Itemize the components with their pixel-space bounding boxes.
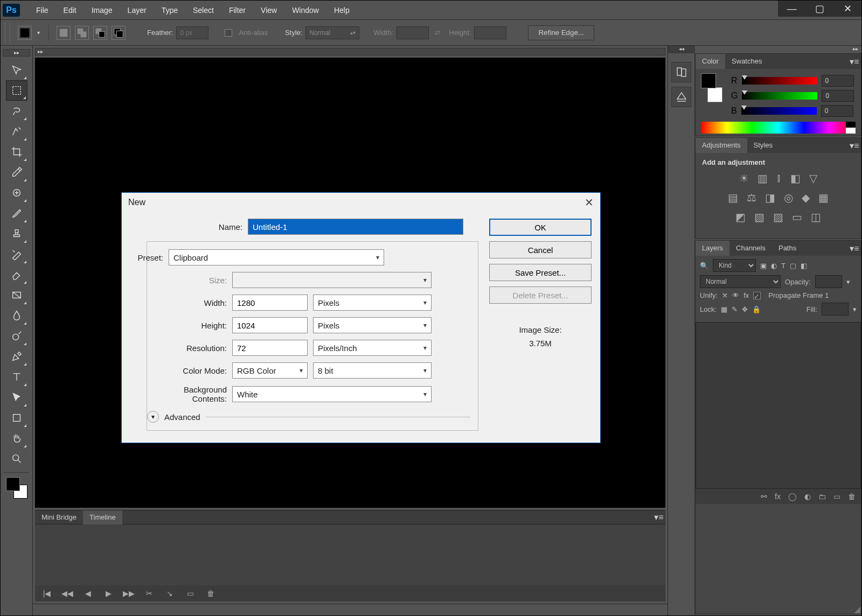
g-value[interactable] <box>822 90 854 102</box>
bw-icon[interactable]: ◨ <box>765 191 775 204</box>
width-unit-select[interactable]: Pixels▾ <box>313 295 432 311</box>
transition-icon[interactable]: ↘ <box>163 589 176 598</box>
menu-window[interactable]: Window <box>284 6 326 15</box>
eraser-tool[interactable] <box>6 264 27 285</box>
intersect-selection-icon[interactable] <box>112 26 126 40</box>
gradient-map-icon[interactable]: ▭ <box>792 211 802 223</box>
color-swatch[interactable] <box>701 73 722 102</box>
refine-edge-button[interactable]: Refine Edge... <box>528 25 594 40</box>
lock-pixels-icon[interactable]: ✎ <box>732 305 738 313</box>
next-frame-icon[interactable]: ▶▶ <box>122 589 135 598</box>
unify-visibility-icon[interactable]: 👁 <box>732 291 739 299</box>
subtract-selection-icon[interactable] <box>93 26 107 40</box>
height-input[interactable] <box>474 26 506 39</box>
lasso-tool[interactable] <box>6 101 27 121</box>
r-slider[interactable] <box>742 77 817 85</box>
tab-paths[interactable]: Paths <box>772 241 803 256</box>
filter-adj-icon[interactable]: ◐ <box>771 262 777 270</box>
shape-tool[interactable] <box>6 408 27 428</box>
opacity-input[interactable] <box>815 275 842 288</box>
menu-help[interactable]: Help <box>326 6 357 15</box>
history-brush-tool[interactable] <box>6 244 27 264</box>
ok-button[interactable]: OK <box>489 219 592 236</box>
new-frame-icon[interactable]: ▭ <box>184 589 197 598</box>
color-mode-select[interactable]: RGB Color▾ <box>232 362 308 379</box>
filter-shape-icon[interactable]: ▢ <box>790 262 796 270</box>
lock-all-icon[interactable]: 🔒 <box>752 305 761 313</box>
fill-dropdown-icon[interactable]: ▾ <box>853 305 857 313</box>
spectrum-picker[interactable] <box>701 122 856 134</box>
layer-mask-icon[interactable]: ◯ <box>788 492 797 501</box>
tab-styles[interactable]: Styles <box>747 138 779 153</box>
tab-timeline[interactable]: Timeline <box>83 510 122 524</box>
blend-mode-select[interactable]: Normal <box>700 275 781 288</box>
crop-tool[interactable] <box>6 142 27 162</box>
add-selection-icon[interactable] <box>75 26 89 40</box>
minimize-button[interactable]: — <box>781 3 803 15</box>
unify-position-icon[interactable]: ⤧ <box>722 291 728 299</box>
healing-tool[interactable] <box>6 183 27 203</box>
color-swatches[interactable] <box>6 477 27 499</box>
lock-transparency-icon[interactable]: ▦ <box>721 305 727 313</box>
width-input[interactable] <box>397 26 429 39</box>
exposure-icon[interactable]: ◧ <box>790 172 801 185</box>
move-tool[interactable] <box>6 60 27 80</box>
dialog-close-icon[interactable]: ✕ <box>585 196 594 209</box>
hand-tool[interactable] <box>6 428 27 449</box>
g-slider[interactable] <box>742 92 817 100</box>
new-group-icon[interactable]: 🗀 <box>818 492 826 501</box>
selective-color-icon[interactable]: ◫ <box>811 211 821 223</box>
maximize-button[interactable]: ▢ <box>809 3 830 15</box>
tab-mini-bridge[interactable]: Mini Bridge <box>35 510 83 524</box>
unify-style-icon[interactable]: fx <box>743 291 749 299</box>
layer-filter-kind[interactable]: Kind <box>713 259 756 272</box>
new-selection-icon[interactable] <box>57 26 71 40</box>
dock-collapse-left-icon[interactable]: ◂◂ <box>668 46 695 53</box>
curves-icon[interactable]: ⫿ <box>776 172 782 185</box>
delete-layer-icon[interactable]: 🗑 <box>848 492 856 501</box>
save-preset-button[interactable]: Save Preset... <box>489 264 592 281</box>
filter-type-icon[interactable]: T <box>781 262 785 270</box>
height-unit-select[interactable]: Pixels▾ <box>313 317 432 333</box>
cancel-button[interactable]: Cancel <box>489 241 592 258</box>
size-select[interactable]: ▾ <box>232 272 432 288</box>
blur-tool[interactable] <box>6 305 27 326</box>
history-panel-icon[interactable] <box>675 66 688 79</box>
adjustments-menu-icon[interactable]: ▾≡ <box>848 141 861 151</box>
b-value[interactable] <box>821 105 853 117</box>
brush-tool[interactable] <box>6 203 27 223</box>
eyedropper-tool[interactable] <box>6 162 27 183</box>
layer-fx-icon[interactable]: fx <box>775 492 781 501</box>
marquee-tool[interactable] <box>6 80 27 101</box>
menu-type[interactable]: Type <box>154 6 185 15</box>
feather-input[interactable] <box>176 26 208 39</box>
prev-frame-icon[interactable]: ◀◀ <box>61 589 74 598</box>
opacity-dropdown-icon[interactable]: ▾ <box>846 278 850 286</box>
toolbar-expand-icon[interactable]: ▸▸ <box>3 49 30 57</box>
quick-select-tool[interactable] <box>6 121 27 142</box>
bit-depth-select[interactable]: 8 bit▾ <box>313 362 432 379</box>
delete-preset-button[interactable]: Delete Preset... <box>489 286 592 304</box>
properties-panel-icon[interactable] <box>675 90 688 103</box>
timeline-menu-icon[interactable]: ▾≡ <box>652 512 665 522</box>
tool-preset-picker[interactable] <box>18 26 32 40</box>
hue-sat-icon[interactable]: ▤ <box>728 191 738 204</box>
name-input[interactable] <box>248 219 463 235</box>
tab-color[interactable]: Color <box>696 54 725 69</box>
resolution-field[interactable] <box>232 340 308 356</box>
options-grip-icon[interactable] <box>5 23 10 43</box>
lock-position-icon[interactable]: ✥ <box>742 305 748 313</box>
b-slider[interactable] <box>741 107 817 115</box>
vibrance-icon[interactable]: ▽ <box>809 172 817 185</box>
dock-collapse-right-icon[interactable]: ▸▸ <box>695 46 861 53</box>
caret-down-icon[interactable]: ▾ <box>37 30 40 36</box>
tab-channels[interactable]: Channels <box>729 241 772 256</box>
color-balance-icon[interactable]: ⚖ <box>747 191 756 204</box>
filter-pixel-icon[interactable]: ▣ <box>760 262 767 270</box>
menu-layer[interactable]: Layer <box>120 6 154 15</box>
doc-tab-expand-icon[interactable]: ▸▸ <box>35 48 665 55</box>
channel-mixer-icon[interactable]: ◆ <box>802 191 810 204</box>
menu-filter[interactable]: Filter <box>221 6 253 15</box>
layer-list[interactable] <box>696 322 861 489</box>
invert-icon[interactable]: ◩ <box>735 211 746 223</box>
